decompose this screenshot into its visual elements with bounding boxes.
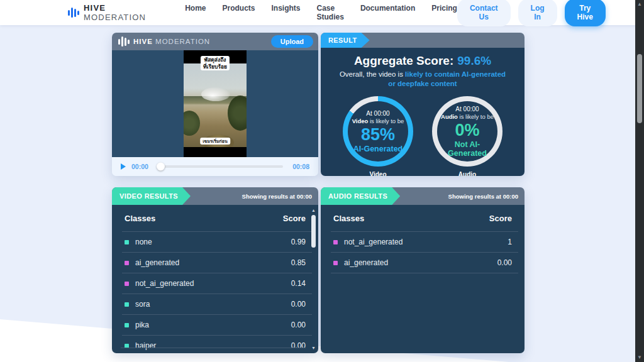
brand-light: MODERATION <box>84 13 146 22</box>
showing-results-text: Showing results at 00:00 <box>242 193 312 200</box>
score-column-header: Score <box>283 214 306 223</box>
video-results-table[interactable]: Classes Score none 0.99 ai_generated 0.8… <box>112 205 318 353</box>
playback-controls: 00:00 00:08 <box>112 157 318 176</box>
class-bullet <box>125 261 129 265</box>
page-scrollbar[interactable]: ▲ ▼ <box>635 0 644 362</box>
audio-results-header: AUDIO RESULTS Showing results at 00:00 <box>321 187 525 205</box>
upload-button[interactable]: Upload <box>271 35 313 48</box>
table-row[interactable]: ai_generated 0.00 <box>331 252 518 273</box>
seek-knob[interactable] <box>157 163 165 171</box>
classes-column-header: Classes <box>333 214 364 223</box>
gauge-label: Audio <box>432 171 502 176</box>
table-header: Classes Score <box>122 205 312 231</box>
nav-link-products[interactable]: Products <box>223 4 255 21</box>
class-score: 0.14 <box>291 279 306 288</box>
brand-bold: HIVE <box>84 3 106 13</box>
nav-link-documentation[interactable]: Documentation <box>360 4 415 21</box>
score-column-header: Score <box>489 214 512 223</box>
scroll-thumb[interactable] <box>637 54 642 123</box>
nav-link-insights[interactable]: Insights <box>272 4 301 21</box>
class-label: ai_generated <box>344 258 388 267</box>
video-thumbnail: พัสดุส่งถึง ที่เรียบร้อย เขมรเริ่มก่อน <box>184 50 247 157</box>
class-score: 0.00 <box>291 300 306 309</box>
audio-results-tag: AUDIO RESULTS <box>321 187 400 205</box>
audio-gauge: At 00:00 Audio is likely to be 0% Not AI… <box>432 96 502 176</box>
table-row[interactable]: not_ai_generated 0.14 <box>122 273 312 293</box>
class-bullet <box>125 302 129 307</box>
result-header: RESULT <box>321 33 525 48</box>
play-icon[interactable] <box>121 163 126 170</box>
nav-link-home[interactable]: Home <box>185 4 206 21</box>
table-row[interactable]: sora 0.00 <box>122 293 312 314</box>
audio-results-table[interactable]: Classes Score not_ai_generated 1 ai_gene… <box>321 205 525 353</box>
video-frame <box>184 63 247 147</box>
class-label: not_ai_generated <box>135 279 194 288</box>
scroll-thumb[interactable] <box>311 215 316 248</box>
class-score: 0.00 <box>291 341 306 350</box>
brand-text: HIVE MODERATION <box>84 3 146 22</box>
player-brand-text: HIVE MODERATION <box>133 38 210 45</box>
overall-text: Overall, the video is likely to contain … <box>337 70 508 89</box>
table-header: Classes Score <box>331 205 518 231</box>
audio-gauge-ring: At 00:00 Audio is likely to be 0% Not AI… <box>432 96 502 167</box>
shrub-art <box>184 111 200 136</box>
class-score: 0.00 <box>291 321 306 329</box>
hive-bars-icon <box>118 36 130 47</box>
table-row[interactable]: ai_generated 0.85 <box>122 252 312 273</box>
video-player-panel: HIVE MODERATION Upload พัสดุส่งถึง ที่เร… <box>112 33 318 176</box>
class-label: sora <box>135 300 150 309</box>
video-caption-top: พัสดุส่งถึง ที่เรียบร้อย <box>201 56 230 70</box>
video-caption-bottom: เขมรเริ่มก่อน <box>200 138 230 145</box>
table-row[interactable]: pika 0.00 <box>122 314 312 335</box>
hive-logo[interactable]: HIVE MODERATION <box>68 3 146 22</box>
table-scrollbar[interactable]: ▲ ▼ <box>311 207 316 351</box>
bottom-divider-row <box>331 273 518 273</box>
page: HIVE MODERATION Home Products Insights C… <box>0 0 644 362</box>
table-row[interactable]: none 0.99 <box>122 231 312 252</box>
class-label: not_ai_generated <box>344 238 402 246</box>
scroll-down-icon[interactable]: ▼ <box>635 353 644 362</box>
result-tag: RESULT <box>321 33 370 48</box>
class-bullet <box>333 261 338 265</box>
gauge-timestamp: At 00:00 <box>455 106 479 112</box>
nav-link-case-studies[interactable]: Case Studies <box>317 4 344 21</box>
player-hive-logo: HIVE MODERATION <box>118 36 210 47</box>
video-gauge: At 00:00 Video is likely to be 85% AI-Ge… <box>343 96 413 176</box>
top-navbar: HIVE MODERATION Home Products Insights C… <box>0 0 644 25</box>
nav-link-pricing[interactable]: Pricing <box>431 4 457 21</box>
gauge-timestamp: At 00:00 <box>366 110 389 117</box>
aggregate-score: Aggregate Score:99.6% <box>321 54 525 68</box>
contact-us-button[interactable]: Contact Us <box>457 0 511 26</box>
video-results-header: VIDEO RESULTS Showing results at 00:00 <box>112 187 318 205</box>
scroll-up-icon[interactable]: ▲ <box>635 0 644 9</box>
gauge-verdict: Not AI-Generated <box>437 140 497 158</box>
palm-art <box>228 96 247 131</box>
try-hive-button[interactable]: Try Hive <box>565 0 606 26</box>
smoke-plume-art <box>201 87 230 101</box>
video-stage[interactable]: พัสดุส่งถึง ที่เรียบร้อย เขมรเริ่มก่อน <box>112 50 318 157</box>
video-results-tag: VIDEO RESULTS <box>112 187 191 205</box>
gauge-subtitle: Audio is likely to be <box>441 113 494 120</box>
nav-buttons: Contact Us Log In Try Hive <box>457 0 606 26</box>
scroll-down-icon[interactable]: ▼ <box>311 345 316 351</box>
class-bullet <box>333 240 338 244</box>
login-button[interactable]: Log In <box>518 0 557 26</box>
class-label: haiper <box>135 341 156 350</box>
class-bullet <box>125 240 129 244</box>
table-row[interactable]: not_ai_generated 1 <box>331 231 518 252</box>
video-results-panel: VIDEO RESULTS Showing results at 00:00 C… <box>112 187 318 353</box>
gauge-subtitle: Video is likely to be <box>352 118 404 124</box>
gauge-label: Video <box>343 171 413 176</box>
class-bullet <box>125 282 129 286</box>
table-row[interactable]: haiper 0.00 <box>122 335 312 353</box>
video-gauge-ring: At 00:00 Video is likely to be 85% AI-Ge… <box>343 96 413 167</box>
showing-results-text: Showing results at 00:00 <box>448 193 518 200</box>
aggregate-label: Aggregate Score: <box>354 54 453 67</box>
class-score: 0.85 <box>291 258 306 267</box>
result-body: Aggregate Score:99.6% Overall, the video… <box>321 48 525 176</box>
class-label: pika <box>135 321 149 329</box>
seek-bar[interactable] <box>158 165 283 168</box>
gauges: At 00:00 Video is likely to be 85% AI-Ge… <box>321 96 525 176</box>
player-header: HIVE MODERATION Upload <box>112 33 318 50</box>
scroll-up-icon[interactable]: ▲ <box>311 207 316 213</box>
